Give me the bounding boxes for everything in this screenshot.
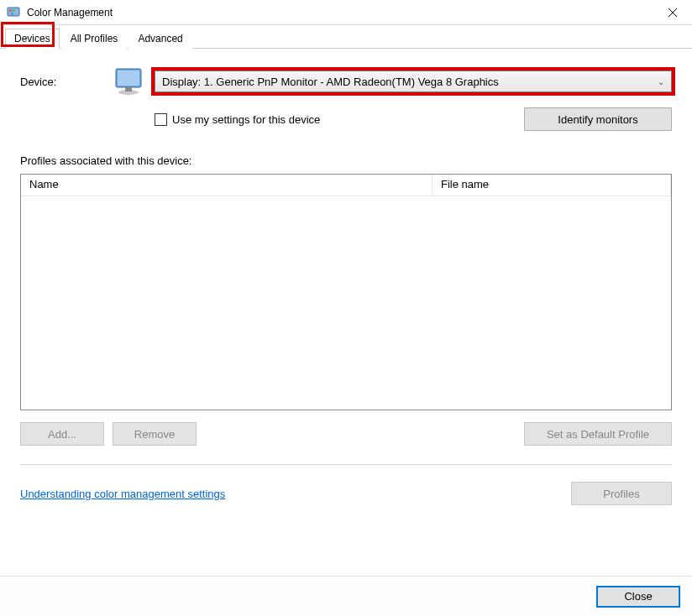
divider (20, 464, 672, 465)
close-button[interactable] (653, 0, 692, 25)
svg-rect-2 (13, 9, 15, 12)
close-dialog-button[interactable]: Close (596, 586, 680, 608)
use-my-settings-label: Use my settings for this device (172, 113, 524, 126)
understanding-link[interactable]: Understanding color management settings (20, 488, 225, 500)
bottom-row: Understanding color management settings … (20, 482, 672, 505)
set-default-profile-button[interactable]: Set as Default Profile (524, 422, 672, 446)
list-body (21, 196, 671, 410)
profiles-associated-label: Profiles associated with this device: (20, 154, 672, 167)
remove-button[interactable]: Remove (113, 422, 197, 446)
footer: Close (0, 576, 692, 616)
close-icon (668, 8, 677, 17)
settings-row: Use my settings for this device Identify… (20, 107, 672, 131)
tab-devices[interactable]: Devices (5, 29, 60, 49)
profiles-list[interactable]: Name File name (20, 174, 672, 410)
identify-monitors-button[interactable]: Identify monitors (524, 107, 672, 131)
title-bar: Color Management (0, 0, 692, 25)
app-icon (7, 6, 20, 19)
list-header: Name File name (21, 175, 671, 196)
profile-buttons-row: Add... Remove Set as Default Profile (20, 422, 672, 446)
monitor-icon (113, 64, 148, 99)
device-label: Device: (20, 76, 113, 88)
svg-rect-9 (125, 87, 132, 91)
device-dropdown-value: Display: 1. Generic PnP Monitor - AMD Ra… (162, 76, 499, 88)
svg-rect-1 (9, 9, 12, 12)
device-row: Device: Display: 1. Generic PnP Monitor … (20, 64, 672, 99)
column-name[interactable]: Name (21, 175, 432, 196)
chevron-down-icon: ⌄ (658, 77, 664, 86)
device-dropdown-wrap: Display: 1. Generic PnP Monitor - AMD Ra… (155, 70, 672, 92)
window-title: Color Management (27, 7, 113, 18)
device-dropdown[interactable]: Display: 1. Generic PnP Monitor - AMD Ra… (155, 70, 672, 92)
svg-rect-3 (11, 13, 13, 15)
add-button[interactable]: Add... (20, 422, 104, 446)
use-my-settings-checkbox[interactable] (155, 113, 167, 126)
tab-advanced[interactable]: Advanced (128, 29, 191, 49)
tab-all-profiles[interactable]: All Profiles (61, 29, 128, 49)
svg-rect-7 (118, 70, 139, 86)
profiles-button[interactable]: Profiles (571, 482, 672, 505)
tabs-row: Devices All Profiles Advanced (0, 25, 692, 49)
tab-content: Device: Display: 1. Generic PnP Monitor … (0, 49, 692, 505)
column-file-name[interactable]: File name (432, 175, 671, 196)
